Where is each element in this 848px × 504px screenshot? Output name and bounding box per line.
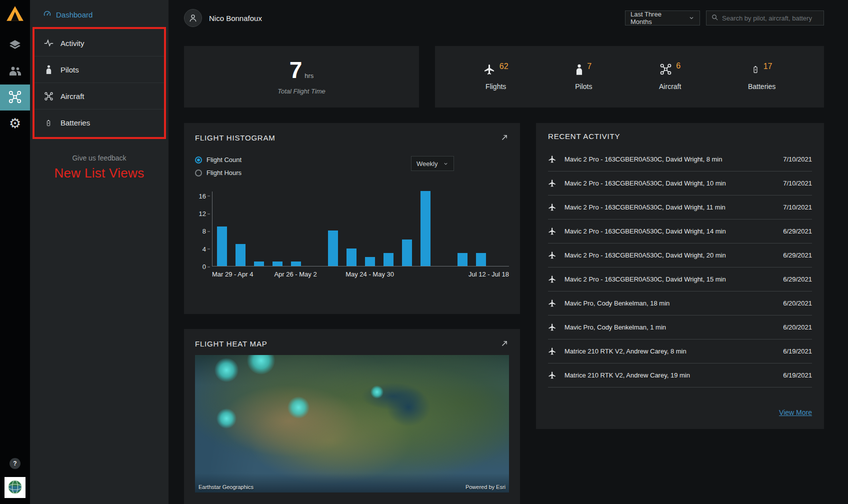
stat-flights[interactable]: 62 Flights — [484, 64, 508, 90]
sidebar-item-dashboard[interactable]: Dashboard — [30, 0, 168, 20]
histogram-bar[interactable] — [365, 257, 375, 266]
rail-item-layers[interactable] — [0, 32, 30, 58]
header-controls: Last Three Months — [625, 10, 824, 26]
map-attribution-left: Earthstar Geographics — [198, 484, 254, 490]
expand-icon[interactable] — [500, 133, 509, 142]
stat-pilots[interactable]: 7 Pilots — [575, 64, 592, 90]
pulse-icon — [44, 39, 54, 47]
x-axis-labels: Mar 29 - Apr 4Apr 26 - May 2May 24 - May… — [212, 266, 509, 278]
activity-row[interactable]: Matrice 210 RTK V2, Andrew Carey, 19 min… — [548, 364, 812, 388]
user-chip[interactable]: Nico Bonnafoux — [184, 9, 262, 27]
y-tick-label: 8 — [202, 228, 206, 234]
activity-text: Matrice 210 RTK V2, Andrew Carey, 19 min — [564, 372, 775, 379]
stat-value: 6 — [676, 62, 680, 70]
activity-date: 7/10/2021 — [783, 180, 812, 187]
activity-date: 6/19/2021 — [783, 372, 812, 379]
y-tick-label: 16 — [199, 192, 206, 199]
recent-activity-card: RECENT ACTIVITY Mavic 2 Pro - 163CGBER0A… — [536, 123, 824, 429]
sidebar-item-label: Activity — [60, 39, 84, 48]
radio-label: Flight Hours — [206, 169, 242, 176]
activity-row[interactable]: Mavic 2 Pro - 163CGBER0A530C, David Wrig… — [548, 244, 812, 268]
activity-text: Matrice 210 RTK V2, Andrew Carey, 8 min — [564, 348, 775, 355]
histogram-slot — [490, 192, 509, 266]
flight-icon — [548, 203, 556, 212]
activity-date: 6/29/2021 — [783, 276, 812, 283]
histogram-bar[interactable] — [420, 191, 430, 266]
activity-row[interactable]: Mavic 2 Pro - 163CGBER0A530C, David Wrig… — [548, 268, 812, 292]
activity-list: Mavic 2 Pro - 163CGBER0A530C, David Wrig… — [548, 148, 812, 388]
drone-icon — [44, 92, 54, 101]
activity-text: Mavic Pro, Cody Benkelman, 1 min — [564, 324, 775, 331]
help-button[interactable]: ? — [10, 458, 20, 469]
heat-point — [247, 355, 275, 374]
sidebar-item-pilots[interactable]: Pilots — [34, 56, 164, 83]
people-icon — [8, 65, 22, 78]
activity-row[interactable]: Mavic Pro, Cody Benkelman, 18 min 6/20/2… — [548, 292, 812, 316]
histogram-bar[interactable] — [402, 240, 412, 266]
histogram-bar[interactable] — [476, 253, 486, 266]
fleet-stats-card: 62 Flights 7 Pilots — [435, 46, 824, 108]
radio-flight-hours[interactable]: Flight Hours — [195, 169, 242, 176]
histogram-bar[interactable] — [254, 262, 264, 266]
sidebar-item-label: Aircraft — [60, 92, 84, 100]
stat-value: 62 — [500, 62, 508, 71]
stat-label: Flights — [486, 82, 506, 90]
histogram-bar[interactable] — [272, 262, 282, 266]
activity-row[interactable]: Mavic Pro, Cody Benkelman, 1 min 6/20/20… — [548, 316, 812, 340]
esri-globe-button[interactable] — [4, 477, 26, 498]
rail-item-people[interactable] — [0, 58, 30, 84]
activity-text: Mavic 2 Pro - 163CGBER0A530C, David Wrig… — [564, 228, 775, 235]
activity-date: 7/10/2021 — [783, 204, 812, 211]
annotation-new-list-views: New List Views — [30, 166, 168, 181]
sidebar-item-aircraft[interactable]: Aircraft — [34, 83, 164, 110]
histogram-bar[interactable] — [328, 230, 338, 266]
histogram-slot — [268, 192, 286, 266]
activity-date: 6/29/2021 — [783, 252, 812, 259]
person-icon — [44, 65, 54, 74]
rail-item-drone[interactable] — [0, 84, 30, 110]
radio-flight-count[interactable]: Flight Count — [195, 156, 242, 164]
period-filter-select[interactable]: Last Three Months — [625, 10, 700, 26]
activity-row[interactable]: Mavic 2 Pro - 163CGBER0A530C, David Wrig… — [548, 220, 812, 244]
heat-point — [288, 396, 310, 418]
histogram-bar[interactable] — [217, 226, 227, 266]
heat-map[interactable]: Earthstar Geographics Powered by Esri — [195, 355, 509, 492]
activity-text: Mavic 2 Pro - 163CGBER0A530C, David Wrig… — [564, 276, 775, 283]
chevron-down-icon — [688, 15, 694, 21]
flight-heat-map-card: FLIGHT HEAT MAP Earthstar Geographics Po… — [184, 329, 520, 504]
heat-point — [370, 386, 384, 398]
total-flight-time-card: 7hrs Total Flight Time — [184, 46, 419, 108]
sidebar: Dashboard Activity Pilots — [30, 0, 168, 504]
activity-row[interactable]: Matrice 210 RTK V2, Andrew Carey, 8 min … — [548, 340, 812, 364]
histogram-bar[interactable] — [346, 248, 356, 266]
interval-select[interactable]: Weekly — [411, 156, 454, 171]
activity-text: Mavic Pro, Cody Benkelman, 18 min — [564, 300, 775, 307]
stat-aircraft[interactable]: 6 Aircraft — [659, 63, 681, 90]
sidebar-item-batteries[interactable]: Batteries — [34, 110, 164, 136]
activity-text: Mavic 2 Pro - 163CGBER0A530C, David Wrig… — [564, 156, 775, 163]
histogram-bar[interactable] — [384, 253, 394, 266]
flight-time-unit: hrs — [304, 72, 314, 80]
histogram-slot — [361, 192, 380, 266]
heat-point — [216, 408, 236, 428]
flight-icon — [548, 323, 556, 332]
rail-item-settings[interactable]: ⚙ — [0, 110, 30, 136]
battery-icon — [752, 64, 760, 77]
histogram-title: FLIGHT HISTOGRAM — [195, 134, 276, 142]
histogram-bar[interactable] — [291, 262, 301, 266]
histogram-bar[interactable] — [236, 244, 246, 266]
activity-row[interactable]: Mavic 2 Pro - 163CGBER0A530C, David Wrig… — [548, 196, 812, 220]
search-input[interactable] — [722, 14, 819, 22]
rail-bottom: ? — [4, 458, 26, 504]
activity-row[interactable]: Mavic 2 Pro - 163CGBER0A530C, David Wrig… — [548, 172, 812, 196]
stat-batteries[interactable]: 17 Batteries — [748, 64, 776, 90]
histogram-bar[interactable] — [458, 253, 468, 266]
view-more-link[interactable]: View More — [779, 408, 812, 416]
sidebar-item-activity[interactable]: Activity — [34, 30, 164, 56]
esri-globe-icon — [7, 479, 23, 496]
expand-icon[interactable] — [500, 339, 509, 348]
site-scan-logo[interactable] — [6, 5, 24, 24]
activity-row[interactable]: Mavic 2 Pro - 163CGBER0A530C, David Wrig… — [548, 148, 812, 172]
feedback-link[interactable]: Give us feedback — [30, 154, 168, 162]
flight-icon — [548, 275, 556, 284]
